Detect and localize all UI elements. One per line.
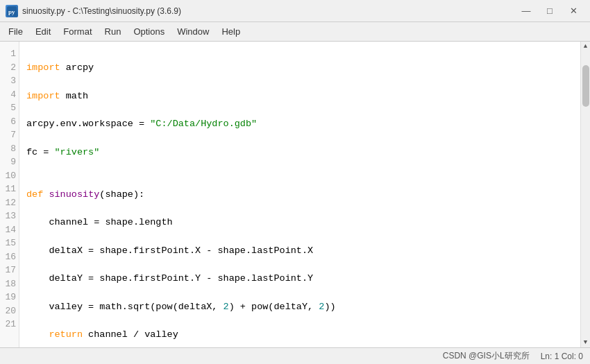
menu-help[interactable]: Help (216, 24, 246, 39)
minimize-button[interactable]: — (515, 3, 537, 19)
code-line-2: import math (26, 89, 575, 103)
menu-run[interactable]: Run (99, 24, 127, 39)
status-bar: CSDN @GIS小L研究所 Ln: 1 Col: 0 (0, 347, 590, 364)
title-bar-left: py sinuosity.py - C:\Testing\sinuosity.p… (6, 5, 181, 17)
code-line-8: deltaX = shape.firstPoint.X - shape.last… (26, 244, 575, 258)
code-line-4: fc = "rivers" (26, 146, 575, 159)
code-line-6: def sinuosity(shape): (26, 188, 575, 202)
code-editor[interactable]: import arcpy import math arcpy.env.works… (19, 42, 580, 347)
menu-file[interactable]: File (3, 24, 28, 39)
vertical-scrollbar[interactable]: ▲ ▼ (580, 42, 590, 347)
svg-text:py: py (8, 8, 15, 15)
menu-format[interactable]: Format (58, 24, 97, 39)
maximize-button[interactable]: □ (539, 3, 561, 19)
code-line-7: channel = shape.length (26, 216, 575, 229)
code-line-9: deltaY = shape.firstPoint.Y - shape.last… (26, 272, 575, 286)
cursor-position: Ln: 1 Col: 0 (541, 352, 583, 361)
window-title: sinuosity.py - C:\Testing\sinuosity.py (… (22, 6, 181, 16)
menu-options[interactable]: Options (128, 24, 170, 39)
status-right: CSDN @GIS小L研究所 Ln: 1 Col: 0 (443, 350, 583, 362)
editor-container: 1 2 3 4 5 6 7 8 9 10 11 12 13 14 15 16 1… (0, 42, 590, 347)
title-bar: py sinuosity.py - C:\Testing\sinuosity.p… (0, 0, 590, 22)
scroll-up-arrow[interactable]: ▲ (581, 42, 591, 51)
menu-bar: File Edit Format Run Options Window Help (0, 22, 590, 42)
scroll-thumb[interactable] (582, 65, 589, 107)
csdn-watermark: CSDN @GIS小L研究所 (443, 350, 530, 362)
close-button[interactable]: ✕ (562, 3, 584, 19)
menu-edit[interactable]: Edit (30, 24, 56, 39)
menu-window[interactable]: Window (171, 24, 214, 39)
line-numbers: 1 2 3 4 5 6 7 8 9 10 11 12 13 14 15 16 1… (0, 42, 19, 347)
code-line-1: import arcpy (26, 61, 575, 75)
code-line-3: arcpy.env.workspace = "C:/Data/Hydro.gdb… (26, 117, 575, 131)
window-controls[interactable]: — □ ✕ (515, 3, 584, 19)
app-icon: py (6, 5, 18, 17)
code-line-11: return channel / valley (26, 328, 575, 342)
scroll-down-arrow[interactable]: ▼ (581, 338, 591, 347)
code-line-10: valley = math.sqrt(pow(deltaX, 2) + pow(… (26, 300, 575, 314)
